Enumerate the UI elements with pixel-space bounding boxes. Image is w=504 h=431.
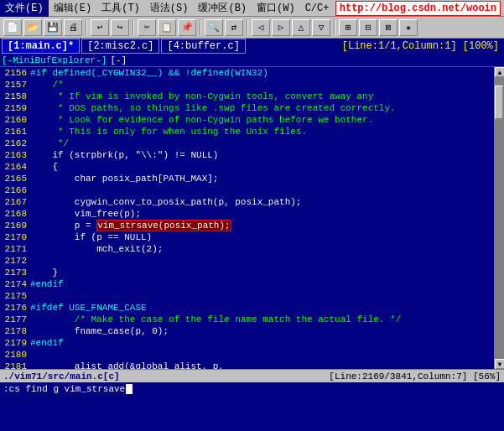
line-code: char posix_path[PATH_MAX]; (30, 173, 218, 184)
line-code: * DOS paths, so things like .swp files a… (30, 102, 396, 114)
line-code: */ (30, 138, 69, 149)
scroll-thumb[interactable] (495, 86, 503, 119)
scrollbar[interactable]: ▲ ▼ (494, 67, 504, 369)
line-number: 2176 (0, 302, 30, 314)
toolbar-paste[interactable]: 📌 (178, 19, 196, 36)
table-row: 2160 * Look for evidence of non-Cygwin p… (0, 114, 494, 126)
toolbar-b5[interactable]: ⊞ (339, 19, 357, 36)
line-number: 2168 (0, 208, 30, 220)
toolbar-b8[interactable]: ★ (399, 19, 418, 36)
toolbar-undo[interactable]: ↩ (91, 19, 109, 36)
file-bar: ./vim71/src/main.c[c] [Line:2169/3841,Co… (0, 369, 504, 382)
command-cursor (126, 384, 132, 394)
table-row: 2178 fname_case(p, 0); (0, 325, 494, 337)
toolbar-b7[interactable]: ⊠ (379, 19, 397, 36)
line-number: 2164 (0, 161, 30, 173)
table-row: 2180 (0, 349, 494, 361)
line-number: 2159 (0, 102, 30, 114)
menu-window[interactable]: 窗口(W) (252, 0, 300, 17)
editor: 2156#if defined(_CYGWIN32__) && !defined… (0, 67, 504, 369)
sep1 (86, 20, 87, 35)
scroll-track[interactable] (495, 77, 504, 359)
line-number: 2172 (0, 255, 30, 267)
toolbar-b6[interactable]: ⊟ (359, 19, 377, 36)
table-row: 2173 } (0, 267, 494, 278)
toolbar-cut[interactable]: ✂ (138, 19, 156, 36)
table-row: 2161 * This is only for when using the U… (0, 126, 494, 138)
scroll-down[interactable]: ▼ (495, 359, 504, 369)
line-number: 2177 (0, 314, 30, 325)
toolbar-copy[interactable]: 📋 (158, 19, 176, 36)
scroll-up[interactable]: ▲ (495, 67, 504, 77)
table-row: 2177 /* Make the case of the file name m… (0, 314, 494, 325)
tab-main[interactable]: [1:main.c]* (2, 39, 80, 54)
sep3 (200, 20, 201, 35)
file-path: ./vim71/src/main.c[c] (3, 371, 120, 382)
table-row: 2159 * DOS paths, so things like .swp fi… (0, 102, 494, 114)
line-number: 2157 (0, 79, 30, 91)
minibuf-extra: [-] (110, 55, 127, 65)
line-number: 2163 (0, 149, 30, 161)
table-row: 2166 (0, 184, 494, 196)
table-row: 2172 (0, 255, 494, 267)
tab-misc2[interactable]: [2:misc2.c] (81, 39, 159, 54)
sep4 (247, 20, 248, 35)
table-row: 2175 (0, 290, 494, 302)
tab-status: [Line:1/1,Column:1] [100%] (342, 40, 504, 52)
toolbar-save[interactable]: 💾 (44, 19, 62, 36)
table-row: 2162 */ (0, 138, 494, 149)
toolbar-new[interactable]: 📄 (3, 19, 22, 36)
table-row: 2174#endif (0, 278, 494, 290)
table-row: 2169 p = vim_strsave(posix_path); (0, 220, 494, 231)
menu-file[interactable]: 文件(E) (0, 0, 49, 17)
toolbar-b1[interactable]: ◁ (252, 19, 270, 36)
line-code: if (strpbrk(p, "\\:") != NULL) (30, 149, 218, 161)
line-number: 2171 (0, 243, 30, 255)
table-row: 2163 if (strpbrk(p, "\\:") != NULL) (0, 149, 494, 161)
menu-edit[interactable]: 编辑(E) (49, 0, 97, 17)
highlight-box: vim_strsave(posix_path); (96, 220, 231, 231)
toolbar-b2[interactable]: ▷ (272, 19, 290, 36)
line-code: #endif (30, 278, 64, 290)
table-row: 2164 { (0, 161, 494, 173)
table-row: 2176#ifdef USE_FNAME_CASE (0, 302, 494, 314)
line-content[interactable]: 2156#if defined(_CYGWIN32__) && !defined… (0, 67, 494, 369)
table-row: 2165 char posix_path[PATH_MAX]; (0, 173, 494, 184)
line-number: 2156 (0, 67, 30, 79)
toolbar-redo[interactable]: ↪ (111, 19, 129, 36)
toolbar-replace[interactable]: ⇄ (225, 19, 243, 36)
line-number: 2161 (0, 126, 30, 138)
line-code: #if defined(_CYGWIN32__) && !defined(WIN… (30, 67, 268, 79)
line-number: 2170 (0, 231, 30, 243)
toolbar-b4[interactable]: ▽ (312, 19, 330, 36)
line-code: /* Make the case of the file name match … (30, 314, 401, 325)
menu-buffer[interactable]: 缓冲区(B) (193, 0, 252, 17)
url-bar[interactable]: http://blog.csdn.net/wooin (335, 1, 501, 16)
line-number: 2162 (0, 138, 30, 149)
minibuf-label: [-MiniBufExplorer-] (2, 55, 107, 65)
toolbar-search[interactable]: 🔍 (205, 19, 223, 36)
sep5 (334, 20, 335, 35)
line-code: * If vim is invoked by non-Cygwin tools,… (30, 91, 373, 102)
menu-tools[interactable]: 工具(T) (96, 0, 145, 17)
toolbar-open[interactable]: 📂 (23, 19, 42, 36)
minibuf-bar: [-MiniBufExplorer-] [-] (0, 54, 504, 67)
line-code: * This is only for when using the Unix f… (30, 126, 307, 138)
tab-buffer[interactable]: [4:buffer.c] (161, 39, 245, 54)
line-number: 2173 (0, 267, 30, 278)
table-row: 2157 /* (0, 79, 494, 91)
line-code: } (30, 267, 58, 278)
line-code: #endif (30, 337, 64, 349)
menu-cpp[interactable]: C/C+ (300, 1, 335, 16)
line-number: 2166 (0, 184, 30, 196)
line-code: mch_exit(2); (30, 243, 163, 255)
line-number: 2180 (0, 349, 30, 361)
table-row: 2156#if defined(_CYGWIN32__) && !defined… (0, 67, 494, 79)
toolbar: 📄 📂 💾 🖨 ↩ ↪ ✂ 📋 📌 🔍 ⇄ ◁ ▷ △ ▽ ⊞ ⊟ ⊠ ★ (0, 17, 504, 39)
line-number: 2169 (0, 220, 30, 231)
toolbar-print[interactable]: 🖨 (64, 19, 82, 36)
table-row: 2158 * If vim is invoked by non-Cygwin t… (0, 91, 494, 102)
command-bar[interactable]: :cs find g vim_strsave (0, 382, 504, 396)
toolbar-b3[interactable]: △ (292, 19, 310, 36)
menu-syntax[interactable]: 语法(S) (145, 0, 194, 17)
